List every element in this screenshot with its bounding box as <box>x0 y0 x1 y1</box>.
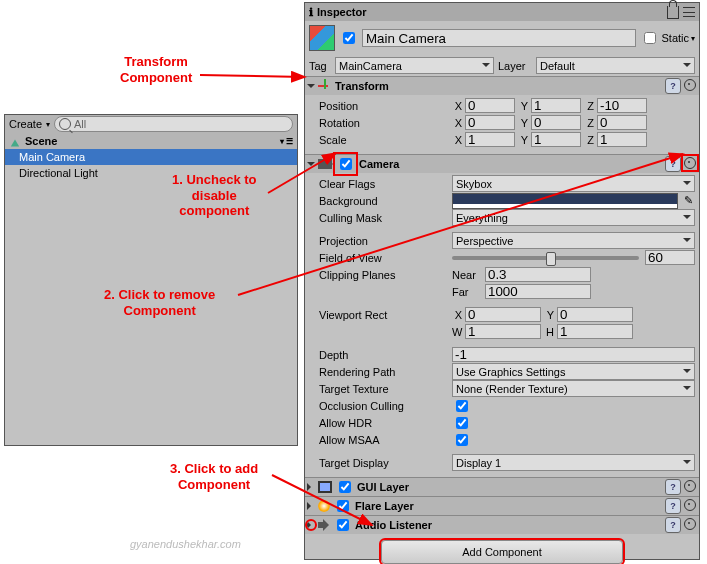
target-display-label: Target Display <box>309 457 449 469</box>
scene-header[interactable]: Scene ▾ ☰ <box>5 133 297 149</box>
hdr-checkbox[interactable] <box>456 417 468 429</box>
gear-icon[interactable] <box>683 78 697 92</box>
flare-layer-checkbox[interactable] <box>337 500 349 512</box>
static-checkbox[interactable] <box>644 32 656 44</box>
eyedropper-icon[interactable]: ✎ <box>681 194 695 208</box>
hierarchy-panel: Create ▾ All Scene ▾ ☰ Main Camera Direc… <box>4 114 298 446</box>
clear-flags-dropdown[interactable]: Skybox <box>452 175 695 192</box>
gameobject-active-checkbox[interactable] <box>343 32 355 44</box>
clip-near[interactable] <box>485 267 591 282</box>
gui-layer-checkbox[interactable] <box>339 481 351 493</box>
occlusion-checkbox[interactable] <box>456 400 468 412</box>
culling-mask-label: Culling Mask <box>309 212 449 224</box>
msaa-checkbox[interactable] <box>456 434 468 446</box>
gear-icon[interactable] <box>683 498 697 512</box>
hierarchy-toolbar: Create ▾ All <box>5 115 297 133</box>
annotation-transform: Transform Component <box>120 54 192 85</box>
flare-layer-icon <box>318 500 330 512</box>
inspector-icon: ℹ <box>309 6 313 19</box>
help-icon[interactable]: ? <box>665 498 681 514</box>
gameobject-name-field[interactable] <box>362 29 636 47</box>
gui-layer-icon <box>318 481 332 493</box>
annotation-add: 3. Click to add Component <box>170 461 258 492</box>
lock-icon[interactable] <box>667 6 679 19</box>
target-texture-label: Target Texture <box>309 383 449 395</box>
projection-dropdown[interactable]: Perspective <box>452 232 695 249</box>
scale-label: Scale <box>309 134 449 146</box>
scale-y[interactable] <box>531 132 581 147</box>
help-icon[interactable]: ? <box>665 517 681 533</box>
vp-y[interactable] <box>557 307 633 322</box>
fov-value[interactable] <box>645 250 695 265</box>
unity-icon <box>11 135 19 146</box>
help-icon[interactable]: ? <box>665 78 681 94</box>
inspector-panel: ℹ Inspector Static ▾ Tag MainCamera Laye… <box>304 2 700 560</box>
audio-listener-header[interactable]: Audio Listener ? <box>305 516 699 534</box>
tag-dropdown[interactable]: MainCamera <box>335 57 494 74</box>
transform-icon <box>318 79 332 93</box>
rendering-path-dropdown[interactable]: Use Graphics Settings <box>452 363 695 380</box>
hierarchy-search[interactable]: All <box>54 116 293 132</box>
gameobject-icon[interactable] <box>309 25 335 51</box>
pos-x[interactable] <box>465 98 515 113</box>
tag-label: Tag <box>309 60 331 72</box>
rot-y[interactable] <box>531 115 581 130</box>
pos-y[interactable] <box>531 98 581 113</box>
create-button[interactable]: Create <box>9 118 42 130</box>
target-display-dropdown[interactable]: Display 1 <box>452 454 695 471</box>
add-component-button[interactable]: Add Component <box>381 540 623 564</box>
transform-header[interactable]: Transform ? <box>305 77 699 95</box>
rotation-label: Rotation <box>309 117 449 129</box>
scale-z[interactable] <box>597 132 647 147</box>
scale-x[interactable] <box>465 132 515 147</box>
depth-value[interactable] <box>452 347 695 362</box>
foldout-icon <box>307 162 315 170</box>
inspector-header: ℹ Inspector <box>305 3 699 21</box>
help-icon[interactable]: ? <box>665 479 681 495</box>
audio-listener-icon <box>318 519 330 531</box>
audio-listener-checkbox[interactable] <box>337 519 349 531</box>
panel-menu-icon[interactable] <box>683 7 695 17</box>
camera-gear-icon[interactable] <box>683 156 697 170</box>
background-label: Background <box>309 195 449 207</box>
background-color[interactable] <box>452 193 678 209</box>
flare-layer-component: Flare Layer ? <box>305 496 699 515</box>
camera-header[interactable]: Camera ? <box>305 155 699 173</box>
gear-icon[interactable] <box>683 479 697 493</box>
fov-slider[interactable] <box>452 256 639 260</box>
target-texture-field[interactable]: None (Render Texture) <box>452 380 695 397</box>
foldout-icon <box>307 502 315 510</box>
occlusion-label: Occlusion Culling <box>309 400 449 412</box>
audio-listener-title: Audio Listener <box>355 519 432 531</box>
tag-layer-row: Tag MainCamera Layer Default <box>305 55 699 76</box>
hdr-label: Allow HDR <box>309 417 449 429</box>
scene-label: Scene <box>25 135 57 147</box>
annotation-uncheck: 1. Uncheck to disable component <box>172 172 257 219</box>
flare-layer-header[interactable]: Flare Layer ? <box>305 497 699 515</box>
layer-dropdown[interactable]: Default <box>536 57 695 74</box>
clip-far[interactable] <box>485 284 591 299</box>
rot-x[interactable] <box>465 115 515 130</box>
vp-x[interactable] <box>465 307 541 322</box>
position-label: Position <box>309 100 449 112</box>
clear-flags-label: Clear Flags <box>309 178 449 190</box>
camera-component: Camera ? Clear Flags Skybox Background ✎… <box>305 154 699 477</box>
pos-z[interactable] <box>597 98 647 113</box>
layer-label: Layer <box>498 60 532 72</box>
help-icon[interactable]: ? <box>665 156 681 172</box>
annotation-arrow <box>200 65 320 85</box>
vp-w[interactable] <box>465 324 541 339</box>
projection-label: Projection <box>309 235 449 247</box>
camera-icon <box>318 159 332 169</box>
gui-layer-header[interactable]: GUI Layer ? <box>305 478 699 496</box>
viewport-label: Viewport Rect <box>309 309 449 321</box>
gear-icon[interactable] <box>683 517 697 531</box>
msaa-label: Allow MSAA <box>309 434 449 446</box>
object-header: Static ▾ <box>305 21 699 55</box>
culling-mask-dropdown[interactable]: Everything <box>452 209 695 226</box>
vp-h[interactable] <box>557 324 633 339</box>
foldout-icon <box>307 483 315 491</box>
rot-z[interactable] <box>597 115 647 130</box>
hierarchy-item-main-camera[interactable]: Main Camera <box>5 149 297 165</box>
camera-enabled-checkbox[interactable] <box>340 158 352 170</box>
